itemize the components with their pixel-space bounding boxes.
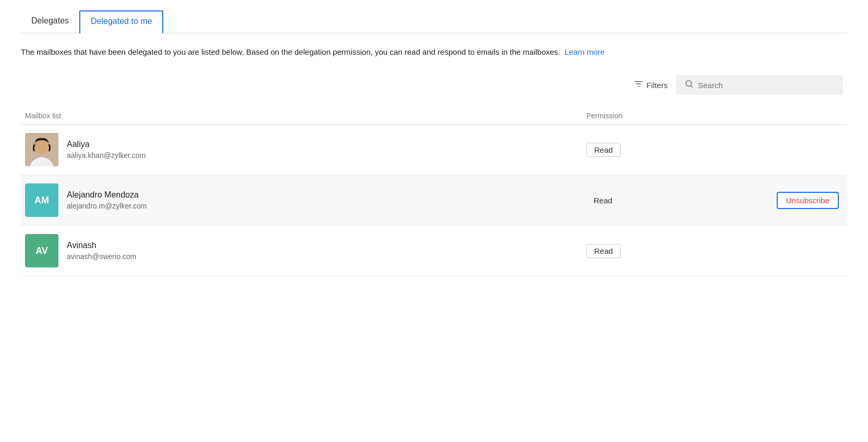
- filters-label: Filters: [646, 81, 668, 90]
- mailbox-email-alejandro: alejandro.m@zylker.com: [67, 202, 147, 210]
- mailbox-name-alejandro: Alejandro Mendoza: [67, 190, 147, 200]
- permission-badge-avinash: Read: [586, 244, 621, 258]
- filter-icon: [634, 79, 643, 91]
- mailbox-email-avinash: avinash@swerio.com: [67, 252, 136, 261]
- column-header-mailbox: Mailbox list: [21, 112, 586, 120]
- table-row: Aaliya aaliya.khan@zylker.com Read: [21, 125, 847, 175]
- search-input[interactable]: [698, 81, 835, 90]
- avatar-aaliya: [25, 133, 58, 166]
- permission-cell-aaliya: Read: [586, 143, 743, 157]
- mailbox-info-avinash: Avinash avinash@swerio.com: [67, 241, 136, 261]
- mailbox-info-alejandro: Alejandro Mendoza alejandro.m@zylker.com: [67, 190, 147, 210]
- table-row: AV Avinash avinash@swerio.com Read: [21, 226, 847, 276]
- mailbox-email-aaliya: aaliya.khan@zylker.com: [67, 151, 146, 159]
- mailbox-name-avinash: Avinash: [67, 241, 136, 250]
- tab-delegates-label: Delegates: [31, 16, 69, 25]
- tab-delegated-to-me[interactable]: Delegated to me: [79, 10, 163, 33]
- filters-button[interactable]: Filters: [634, 79, 668, 91]
- mailbox-info-aaliya: Aaliya aaliya.khan@zylker.com: [67, 140, 146, 159]
- mailbox-name-aaliya: Aaliya: [67, 140, 146, 149]
- permission-cell-alejandro: Read: [586, 194, 743, 207]
- description-text: The mailboxes that have been delegated t…: [21, 46, 647, 58]
- permission-cell-avinash: Read: [586, 244, 743, 258]
- toolbar: Filters: [21, 75, 847, 95]
- tabs-bar: Delegates Delegated to me: [21, 10, 847, 33]
- tab-delegates[interactable]: Delegates: [21, 11, 79, 33]
- table-row: AM Alejandro Mendoza alejandro.m@zylker.…: [21, 175, 847, 226]
- page-container: Delegates Delegated to me The mailboxes …: [0, 0, 868, 287]
- learn-more-link[interactable]: Learn more: [564, 47, 605, 56]
- unsubscribe-button-alejandro[interactable]: Unsubscribe: [777, 192, 839, 209]
- action-cell-alejandro: Unsubscribe: [743, 192, 847, 209]
- column-header-actions: [743, 112, 847, 120]
- search-icon: [684, 79, 694, 91]
- mailbox-cell-aaliya: Aaliya aaliya.khan@zylker.com: [21, 133, 586, 166]
- mailbox-cell-alejandro: AM Alejandro Mendoza alejandro.m@zylker.…: [21, 183, 586, 217]
- permission-badge-alejandro: Read: [586, 194, 620, 207]
- table-header: Mailbox list Permission: [21, 107, 847, 125]
- mailbox-cell-avinash: AV Avinash avinash@swerio.com: [21, 234, 586, 267]
- tab-delegated-to-me-label: Delegated to me: [91, 17, 152, 26]
- column-header-permission: Permission: [586, 112, 743, 120]
- search-box: [676, 75, 843, 95]
- mailbox-table: Mailbox list Permission: [21, 107, 847, 276]
- avatar-alejandro: AM: [25, 183, 58, 217]
- avatar-avinash: AV: [25, 234, 58, 267]
- permission-badge-aaliya: Read: [586, 143, 621, 157]
